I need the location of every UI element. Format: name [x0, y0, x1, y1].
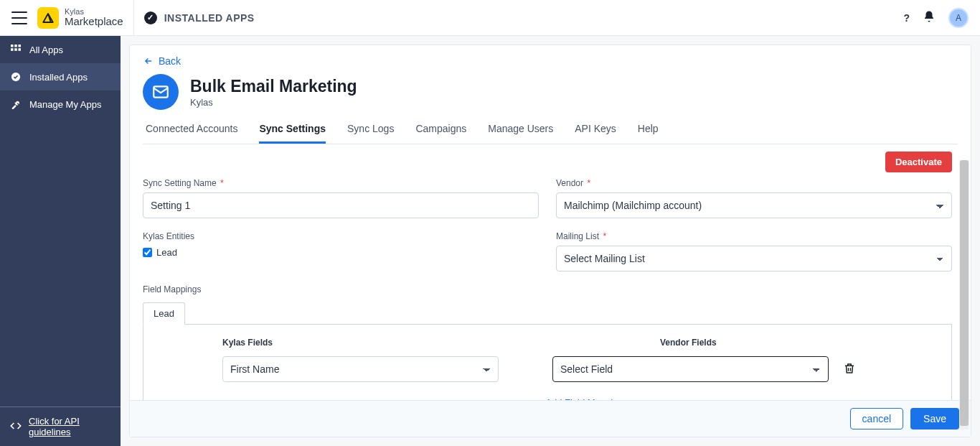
svg-rect-2 — [19, 45, 22, 47]
sidebar-item-all-apps[interactable]: All Apps — [0, 36, 121, 63]
sidebar-footer[interactable]: Click for API guidelines — [0, 406, 121, 446]
tab-manage-users[interactable]: Manage Users — [488, 116, 553, 144]
mapping-box: Kylas Fields Vendor Fields First Name — [143, 325, 952, 400]
card: Back Bulk Email Marketing Kylas Connecte… — [129, 45, 971, 437]
sidebar-item-label: All Apps — [29, 45, 63, 55]
svg-rect-4 — [14, 48, 17, 51]
svg-rect-3 — [11, 48, 14, 51]
api-guidelines-link[interactable]: Click for API guidelines — [29, 416, 110, 437]
app-icon — [143, 74, 179, 110]
plus-icon: ＋ — [536, 397, 545, 400]
app-vendor: Kylas — [190, 97, 213, 108]
vendor-fields-header: Vendor Fields — [660, 338, 937, 348]
bell-icon[interactable] — [923, 10, 936, 25]
grid-icon — [10, 44, 22, 55]
tab-sync-settings[interactable]: Sync Settings — [259, 116, 326, 144]
add-field-mapping[interactable]: ＋Add Field Mapping — [222, 396, 937, 400]
sync-name-label: Sync Setting Name * — [143, 178, 539, 188]
tab-help[interactable]: Help — [638, 116, 659, 144]
tab-api-keys[interactable]: API Keys — [575, 116, 616, 144]
back-label: Back — [159, 55, 181, 67]
back-link[interactable]: Back — [143, 55, 958, 67]
sidebar-item-label: Manage My Apps — [29, 99, 101, 110]
page-tag-label: INSTALLED APPS — [164, 12, 255, 24]
hamburger-icon[interactable] — [11, 11, 27, 24]
svg-rect-0 — [11, 45, 14, 47]
deactivate-button[interactable]: Deactivate — [885, 152, 952, 172]
tools-icon — [10, 98, 22, 110]
footer-actions: cancel Save — [130, 400, 971, 437]
scrollbar-thumb[interactable] — [960, 160, 969, 426]
entities-label: Kylas Entities — [143, 231, 539, 241]
tab-sync-logs[interactable]: Sync Logs — [347, 116, 394, 144]
vendor-field-select[interactable]: Select Field — [552, 356, 829, 382]
kylas-fields-header: Kylas Fields — [222, 338, 499, 348]
page-tag: ✓ INSTALLED APPS — [144, 11, 255, 24]
code-icon — [10, 420, 22, 434]
sync-name-input[interactable] — [143, 192, 539, 218]
vendor-select[interactable]: Mailchimp (Mailchimp account) — [556, 192, 952, 218]
topbar-actions: ? A — [903, 8, 969, 28]
avatar[interactable]: A — [948, 8, 969, 28]
svg-rect-5 — [19, 48, 22, 51]
kylas-field-select[interactable]: First Name — [222, 356, 499, 382]
save-button[interactable]: Save — [910, 408, 959, 429]
topbar: Kylas Marketplace ✓ INSTALLED APPS ? A — [0, 0, 980, 36]
main: Back Bulk Email Marketing Kylas Connecte… — [121, 36, 980, 446]
divider — [133, 0, 134, 36]
tab-campaigns[interactable]: Campaigns — [415, 116, 466, 144]
vendor-label: Vendor * — [556, 178, 952, 188]
svg-rect-1 — [14, 45, 17, 47]
check-circle-icon: ✓ — [144, 11, 157, 24]
brand-logo-icon — [37, 7, 59, 29]
mappings-label: Field Mappings — [143, 284, 952, 294]
mailing-select[interactable]: Select Mailing List — [556, 246, 952, 271]
sidebar-item-manage-apps[interactable]: Manage My Apps — [0, 90, 121, 118]
cancel-button[interactable]: cancel — [850, 408, 903, 429]
trash-icon[interactable] — [843, 361, 856, 378]
sidebar: All Apps Installed Apps Manage My Apps C… — [0, 36, 121, 446]
sidebar-item-installed-apps[interactable]: Installed Apps — [0, 63, 121, 90]
tab-connected-accounts[interactable]: Connected Accounts — [146, 116, 237, 144]
app-title: Bulk Email Marketing — [190, 77, 357, 96]
lead-checkbox[interactable] — [143, 248, 152, 257]
mailing-label: Mailing List * — [556, 231, 952, 241]
check-circle-icon — [10, 71, 22, 83]
brand-text: Kylas Marketplace — [65, 7, 123, 28]
scrollbar[interactable] — [959, 160, 969, 429]
lead-label: Lead — [156, 247, 177, 258]
sidebar-item-label: Installed Apps — [29, 72, 88, 83]
mapping-tab-lead[interactable]: Lead — [143, 302, 185, 325]
app-header: Bulk Email Marketing Kylas — [143, 74, 958, 110]
help-icon[interactable]: ? — [903, 12, 910, 24]
brand-big: Marketplace — [65, 16, 123, 28]
tabs: Connected Accounts Sync Settings Sync Lo… — [143, 116, 958, 144]
form-scroll[interactable]: Deactivate Sync Setting Name * Vendor * … — [130, 144, 966, 400]
